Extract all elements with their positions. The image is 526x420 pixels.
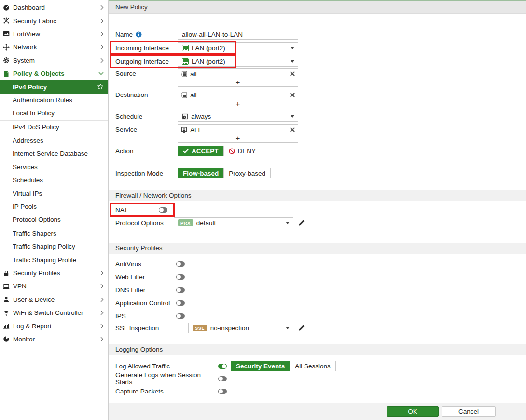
remove-source-icon[interactable] xyxy=(290,71,295,76)
incoming-interface-value: LAN (port2) xyxy=(192,44,225,52)
main-content: New Policy Name Incoming Interface LAN (… xyxy=(109,0,526,420)
protocol-options-value: default xyxy=(196,219,216,227)
sidebar-item-schedules[interactable]: Schedules xyxy=(0,174,108,187)
footer: OK Cancel xyxy=(109,403,526,420)
sidebar-item-label: Network xyxy=(13,43,100,51)
sidebar-item-vpn[interactable]: VPN xyxy=(0,280,108,293)
sidebar-item-ipv4-dos-policy[interactable]: IPv4 DoS Policy xyxy=(0,121,108,134)
add-source-button[interactable]: + xyxy=(178,79,298,86)
sidebar-item-ip-pools[interactable]: IP Pools xyxy=(0,200,108,213)
name-row: Name xyxy=(109,29,526,40)
destination-label: Destination xyxy=(115,90,178,98)
generate-logs-toggle[interactable] xyxy=(218,376,227,381)
page-title: New Policy xyxy=(115,3,148,11)
info-icon[interactable] xyxy=(136,31,142,38)
incoming-interface-select[interactable]: LAN (port2) xyxy=(178,42,298,53)
protocol-options-select[interactable]: PRX default xyxy=(174,217,293,228)
sidebar-item-local-in-policy[interactable]: Local In Policy xyxy=(0,107,108,120)
dns-filter-toggle[interactable] xyxy=(176,287,185,293)
sidebar-item-ipv4-policy[interactable]: IPv4 Policy xyxy=(0,80,108,93)
source-entry[interactable]: all xyxy=(178,69,298,79)
sidebar-item-traffic-shaping-profile[interactable]: Traffic Shaping Profile xyxy=(0,253,108,266)
service-icon xyxy=(181,127,187,133)
sidebar-item-services[interactable]: Services xyxy=(0,161,108,174)
sidebar-item-dashboard[interactable]: Dashboard xyxy=(0,1,108,14)
sidebar-item-label: Dashboard xyxy=(13,4,100,11)
chevron-down-icon xyxy=(286,222,290,224)
remove-service-icon[interactable] xyxy=(290,127,295,132)
sidebar-item-policy-objects[interactable]: Policy & Objects xyxy=(0,67,108,80)
sidebar-item-label: Monitor xyxy=(13,336,100,343)
service-entry[interactable]: ALL xyxy=(178,125,298,135)
add-service-button[interactable]: + xyxy=(178,135,298,142)
favorite-star-icon[interactable] xyxy=(97,83,104,90)
chevron-right-icon xyxy=(100,297,104,302)
application-control-row: Application Control xyxy=(109,297,526,310)
sidebar-item-fortiview[interactable]: FortiView xyxy=(0,27,108,41)
sidebar-item-label: Protocol Options xyxy=(13,216,104,223)
sidebar: DashboardSecurity FabricFortiViewNetwork… xyxy=(0,0,109,420)
network-icon xyxy=(2,43,10,51)
log-allowed-traffic-toggle[interactable] xyxy=(218,364,227,369)
interface-icon xyxy=(182,58,189,65)
nat-toggle[interactable] xyxy=(159,207,167,213)
sidebar-item-addresses[interactable]: Addresses xyxy=(0,134,108,147)
name-input-wrap xyxy=(178,29,298,40)
nat-row: NAT xyxy=(109,204,526,216)
prx-badge: PRX xyxy=(178,219,193,226)
edit-ssl-inspection-icon[interactable] xyxy=(298,325,305,331)
remove-destination-icon[interactable] xyxy=(290,93,295,97)
interface-icon xyxy=(182,45,189,51)
schedule-select[interactable]: always xyxy=(178,111,298,122)
accept-button[interactable]: ACCEPT xyxy=(178,146,224,156)
sidebar-item-label: Security Profiles xyxy=(13,270,100,277)
web-filter-label: Web Filter xyxy=(115,273,176,281)
ssl-inspection-select[interactable]: SSL no-inspection xyxy=(188,323,293,333)
proxy-based-button[interactable]: Proxy-based xyxy=(223,168,271,178)
web-filter-toggle[interactable] xyxy=(176,274,185,280)
sidebar-item-traffic-shaping-policy[interactable]: Traffic Shaping Policy xyxy=(0,240,108,253)
sidebar-item-label: System xyxy=(13,57,100,64)
application-control-toggle[interactable] xyxy=(176,300,185,306)
destination-entry[interactable]: all xyxy=(178,90,298,100)
cancel-button[interactable]: Cancel xyxy=(442,406,496,417)
sidebar-item-monitor[interactable]: Monitor xyxy=(0,333,108,346)
deny-button[interactable]: DENY xyxy=(223,146,262,156)
policy-objects-icon xyxy=(2,70,10,77)
sidebar-item-security-fabric[interactable]: Security Fabric xyxy=(0,14,108,27)
policy-form: Name Incoming Interface LAN (port2) Outg… xyxy=(109,14,526,396)
sidebar-item-internet-service-database[interactable]: Internet Service Database xyxy=(0,147,108,160)
ok-button[interactable]: OK xyxy=(387,406,439,417)
sidebar-item-log-report[interactable]: Log & Report xyxy=(0,319,108,332)
sidebar-item-network[interactable]: Network xyxy=(0,41,108,54)
security-events-button[interactable]: Security Events xyxy=(231,361,290,371)
antivirus-toggle[interactable] xyxy=(176,261,185,267)
edit-protocol-options-icon[interactable] xyxy=(298,219,305,226)
inspection-mode-buttons: Flow-based Proxy-based xyxy=(178,168,271,178)
sidebar-item-wifi-switch-controller[interactable]: WiFi & Switch Controller xyxy=(0,306,108,319)
sidebar-item-label: Schedules xyxy=(13,176,104,184)
outgoing-interface-select[interactable]: LAN (port2) xyxy=(178,56,298,67)
antivirus-label: AntiVirus xyxy=(115,260,176,268)
sidebar-item-virtual-ips[interactable]: Virtual IPs xyxy=(0,187,108,200)
ips-toggle[interactable] xyxy=(176,313,185,319)
sidebar-item-user-device[interactable]: User & Device xyxy=(0,293,108,306)
log-report-icon xyxy=(2,323,10,330)
destination-entry-label: all xyxy=(190,92,197,99)
sidebar-item-authentication-rules[interactable]: Authentication Rules xyxy=(0,94,108,107)
all-sessions-button[interactable]: All Sessions xyxy=(290,361,336,371)
sidebar-item-traffic-shapers[interactable]: Traffic Shapers xyxy=(0,227,108,240)
proxy-based-label: Proxy-based xyxy=(229,170,265,177)
add-destination-button[interactable]: + xyxy=(178,100,298,108)
name-input[interactable] xyxy=(182,31,294,38)
chevron-down-icon xyxy=(291,60,294,63)
page-header: New Policy xyxy=(109,0,526,14)
log-allowed-traffic-label: Log Allowed Traffic xyxy=(115,363,218,370)
sidebar-item-system[interactable]: System xyxy=(0,54,108,67)
sidebar-item-protocol-options[interactable]: Protocol Options xyxy=(0,213,108,226)
capture-packets-toggle[interactable] xyxy=(218,389,227,394)
flow-based-button[interactable]: Flow-based xyxy=(178,168,224,178)
sidebar-item-security-profiles[interactable]: Security Profiles xyxy=(0,267,108,280)
sidebar-item-label: Log & Report xyxy=(13,323,100,330)
protocol-options-label: Protocol Options xyxy=(115,219,174,227)
